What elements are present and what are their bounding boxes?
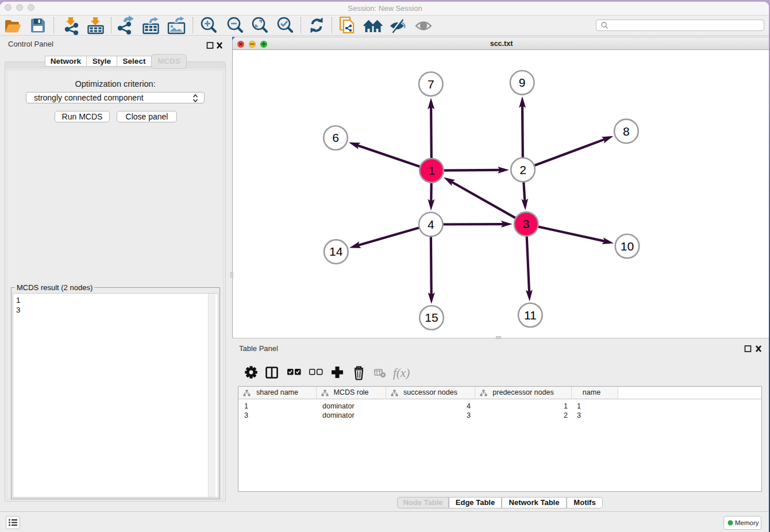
svg-text:f(x): f(x) <box>393 366 410 380</box>
svg-text:6: 6 <box>332 131 339 144</box>
svg-text:4: 4 <box>428 218 434 231</box>
svg-text:7: 7 <box>428 78 434 91</box>
svg-text:9: 9 <box>519 76 526 89</box>
svg-text:8: 8 <box>623 125 630 138</box>
svg-text:11: 11 <box>524 309 537 322</box>
svg-text:15: 15 <box>425 311 438 324</box>
svg-text:14: 14 <box>329 245 343 258</box>
svg-text:2: 2 <box>519 163 526 176</box>
svg-text:10: 10 <box>621 240 634 253</box>
svg-text:3: 3 <box>523 217 530 230</box>
svg-text:1: 1 <box>428 164 435 177</box>
